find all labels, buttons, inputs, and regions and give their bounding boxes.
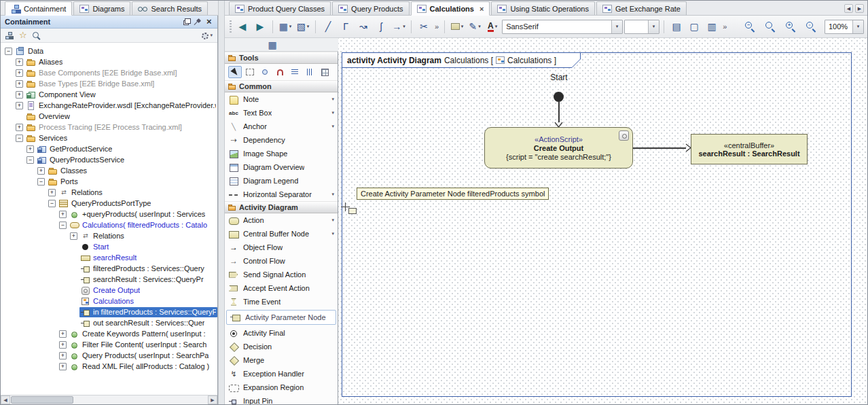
expand-icon[interactable]: + xyxy=(59,330,67,338)
dropdown-arrow-icon[interactable]: ▾ xyxy=(461,24,464,29)
expand-icon[interactable]: + xyxy=(16,58,23,66)
expand-icon[interactable]: + xyxy=(16,124,23,131)
tree-node[interactable]: Aliases xyxy=(25,57,64,67)
dropdown-arrow-icon[interactable]: ▾ xyxy=(495,24,498,29)
pin-icon[interactable] xyxy=(194,18,201,26)
tree-row[interactable]: −Ports xyxy=(1,176,217,187)
dropdown-arrow-icon[interactable]: ▾ xyxy=(210,33,213,38)
expand-icon[interactable]: + xyxy=(37,167,45,175)
tree-row[interactable]: Overview xyxy=(1,111,217,122)
tree-row[interactable]: +Read XML File( allProducts : Catalog ) xyxy=(1,361,217,372)
zoom-selection-icon[interactable]: ▫ xyxy=(806,21,822,33)
dropdown-arrow-icon[interactable]: ▾ xyxy=(852,20,863,33)
tree-node[interactable]: Read XML File( allProducts : Catalog ) xyxy=(69,362,211,372)
palette-section-common[interactable]: Common xyxy=(225,80,338,92)
font-color-icon[interactable]: A▾ xyxy=(484,18,501,35)
palette-item-horizontal-separator[interactable]: Horizontal Separator▾ xyxy=(225,188,338,201)
dropdown-arrow-icon[interactable]: ▾ xyxy=(403,24,405,29)
tree-row[interactable]: filteredProducts : Services::Query xyxy=(1,263,217,274)
tree-row[interactable]: +GetProductService xyxy=(1,143,217,154)
tree-row[interactable]: +Component View xyxy=(1,89,217,100)
tree-row[interactable]: in filteredProducts : Services::QueryPro… xyxy=(1,306,217,317)
palette-section-activity-diagram[interactable]: Activity Diagram xyxy=(225,201,338,213)
tree-row[interactable]: +Create Keywords Pattern( userInput : xyxy=(1,328,217,339)
zoom-in-icon[interactable]: + xyxy=(785,21,801,33)
tree-row[interactable]: out searchResult : Services::Quer xyxy=(1,317,217,328)
collapse-icon[interactable]: − xyxy=(37,178,45,186)
insert-shape-icon[interactable]: ▧▾ xyxy=(295,18,311,35)
dropdown-arrow-icon[interactable]: ▾ xyxy=(331,231,334,236)
tree-row[interactable]: Calculations xyxy=(1,296,217,306)
palette-item-central-buffer-node[interactable]: Central Buffer Node▾ xyxy=(225,227,338,241)
tree-node[interactable]: Services xyxy=(25,133,69,143)
palette-section-tools[interactable]: Tools xyxy=(225,52,338,64)
palette-item-send-signal-action[interactable]: Send Signal Action xyxy=(225,268,338,281)
grid-tool-icon[interactable] xyxy=(318,66,331,78)
copy-style-icon[interactable]: ▤ xyxy=(668,18,685,35)
tree-node[interactable]: QueryProductsService xyxy=(36,155,126,165)
tree-node[interactable]: Process Tracing [E2E Process Tracing.xml… xyxy=(25,122,183,133)
dropdown-arrow-icon[interactable]: ▾ xyxy=(307,24,310,29)
magnet-tool-icon[interactable] xyxy=(273,66,287,78)
left-tab-containment[interactable]: Containment xyxy=(5,1,72,16)
palette-item-image-shape[interactable]: Image Shape xyxy=(225,147,338,160)
tree-row[interactable]: −Services xyxy=(1,133,217,143)
font-size-combobox[interactable]: ▾ xyxy=(624,20,659,34)
tree-row[interactable]: +Process Tracing [E2E Process Tracing.xm… xyxy=(1,122,217,133)
options-gear-icon[interactable] xyxy=(202,33,209,39)
tree-node[interactable]: filteredProducts : Services::Query xyxy=(79,264,206,274)
line-color-icon[interactable]: ✎▾ xyxy=(467,18,483,35)
tree-node[interactable]: Relations xyxy=(58,188,104,198)
expand-icon[interactable]: + xyxy=(16,91,23,99)
fill-color-icon[interactable]: ▾ xyxy=(449,18,465,35)
palette-item-note[interactable]: Note▾ xyxy=(225,92,338,106)
palette-item-merge[interactable]: Merge xyxy=(225,353,338,367)
collapse-icon[interactable]: − xyxy=(48,200,56,207)
activity-frame[interactable] xyxy=(342,52,852,397)
tree-row[interactable]: Start xyxy=(1,241,217,252)
palette-item-dependency[interactable]: Dependency xyxy=(225,133,338,147)
dropdown-arrow-icon[interactable]: ▾ xyxy=(331,124,334,129)
expand-icon[interactable]: + xyxy=(59,363,67,370)
scroll-right-icon[interactable]: ▶ xyxy=(208,395,217,404)
nav-back-icon[interactable]: ◀ xyxy=(234,18,251,35)
palette-item-decision[interactable]: Decision xyxy=(225,340,338,353)
tree-row[interactable]: +Filter File Content( userInput : Search xyxy=(1,339,217,350)
overflow-chevron-icon[interactable]: » xyxy=(721,22,728,31)
tree-row[interactable]: +Base Types [E2E Bridge Base.xml] xyxy=(1,78,217,89)
tree-row[interactable]: +Query Products( userInput : SearchPa xyxy=(1,350,217,361)
palette-item-exception-handler[interactable]: Exception Handler xyxy=(225,367,338,381)
tree-row[interactable]: searchResult : Services::QueryPr xyxy=(1,274,217,285)
link-with-tree-icon[interactable] xyxy=(5,32,13,39)
tree-node[interactable]: Classes xyxy=(47,166,88,176)
tree-node[interactable]: Calculations( filteredProducts : Catalo xyxy=(69,220,209,230)
font-family-combobox[interactable]: SansSerif▾ xyxy=(502,20,623,34)
tree-node[interactable]: Query Products( userInput : SearchPa xyxy=(69,351,210,361)
dropdown-arrow-icon[interactable]: ▾ xyxy=(611,20,622,33)
related-elements-icon[interactable]: ▥ xyxy=(704,18,720,35)
control-flow-edge[interactable] xyxy=(558,102,560,122)
tree-node[interactable]: +queryProducts( userInput : Services xyxy=(69,209,206,219)
tree-node[interactable]: Base Types [E2E Bridge Base.xml] xyxy=(25,79,156,89)
tree-horizontal-scrollbar[interactable]: ◀ ▶ xyxy=(1,395,217,404)
quick-find-icon[interactable] xyxy=(33,32,40,39)
close-tab-icon[interactable]: × xyxy=(480,5,484,13)
scroll-tabs-right-icon[interactable]: ▶ xyxy=(855,4,864,13)
tree-node[interactable]: Overview xyxy=(25,111,71,122)
tree-row[interactable]: +Relations xyxy=(1,187,217,198)
zoom-level-combobox[interactable]: 100%▾ xyxy=(825,20,864,34)
palette-item-anchor[interactable]: Anchor▾ xyxy=(225,120,338,133)
zoom-out-icon[interactable]: − xyxy=(744,21,761,33)
bezier-path-style-icon[interactable]: ↝ xyxy=(355,18,372,35)
tree-node[interactable]: Filter File Content( userInput : Search xyxy=(69,340,208,350)
diagram-canvas[interactable]: activity Activity Diagram Calculations [… xyxy=(338,38,867,404)
diagram-tab-query-products[interactable]: Query Products xyxy=(332,1,409,15)
palette-item-control-flow[interactable]: Control Flow xyxy=(225,254,338,268)
sticky-tool-icon[interactable] xyxy=(258,66,272,78)
expand-icon[interactable]: + xyxy=(70,232,77,240)
scroll-left-icon[interactable]: ◀ xyxy=(1,395,10,404)
palette-item-action[interactable]: Action▾ xyxy=(225,213,338,227)
tree-node[interactable]: Component View xyxy=(25,90,97,100)
diagram-tab-using-static-operations[interactable]: Using Static Operations xyxy=(491,1,595,15)
tree-node[interactable]: ExchangeRateProvider.wsdl [ExchangeRateP… xyxy=(25,101,217,111)
